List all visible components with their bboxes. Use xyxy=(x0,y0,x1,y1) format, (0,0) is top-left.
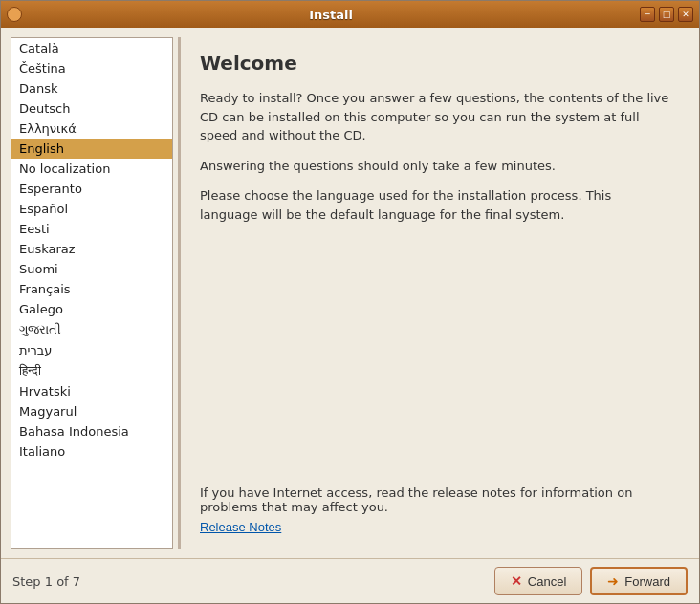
language-list-item[interactable]: Español xyxy=(11,199,172,219)
language-list-item[interactable]: Català xyxy=(11,38,172,58)
welcome-paragraph-1: Ready to install? Once you answer a few … xyxy=(200,89,670,145)
cancel-icon: ✕ xyxy=(511,573,522,589)
install-window: Install ─ □ ✕ CatalàČeštinaDanskDeutschΕ… xyxy=(0,0,700,604)
cancel-label: Cancel xyxy=(528,574,566,589)
language-list-item[interactable]: Eesti xyxy=(11,219,172,239)
language-list-item[interactable]: Esperanto xyxy=(11,179,172,199)
language-panel: CatalàČeštinaDanskDeutschΕλληνικάEnglish… xyxy=(11,37,173,549)
language-list-item[interactable]: ગુજરાતી xyxy=(11,319,172,340)
language-list-item[interactable]: עברית xyxy=(11,340,172,360)
language-list-item[interactable]: Dansk xyxy=(11,78,172,98)
forward-button[interactable]: ➜ Forward xyxy=(590,567,688,595)
language-list-item[interactable]: Français xyxy=(11,279,172,299)
welcome-title: Welcome xyxy=(200,52,670,75)
window-icon xyxy=(7,7,22,22)
language-list-item[interactable]: No localization xyxy=(11,159,172,179)
language-list: CatalàČeštinaDanskDeutschΕλληνικάEnglish… xyxy=(11,38,172,548)
minimize-button[interactable]: ─ xyxy=(640,7,655,22)
language-list-item[interactable]: Galego xyxy=(11,299,172,319)
release-section: If you have Internet access, read the re… xyxy=(200,476,670,534)
step-label: Step 1 of 7 xyxy=(12,574,80,589)
welcome-body: Ready to install? Once you answer a few … xyxy=(200,89,670,466)
language-list-item[interactable]: English xyxy=(11,139,172,159)
language-list-item[interactable]: Bahasa Indonesia xyxy=(11,421,172,442)
content-area: CatalàČeštinaDanskDeutschΕλληνικάEnglish… xyxy=(1,28,699,558)
language-list-item[interactable]: Euskaraz xyxy=(11,239,172,259)
release-notes-link[interactable]: Release Notes xyxy=(200,520,281,534)
welcome-paragraph-2: Answering the questions should only take… xyxy=(200,157,670,176)
welcome-panel: Welcome Ready to install? Once you answe… xyxy=(181,37,689,549)
maximize-button[interactable]: □ xyxy=(659,7,674,22)
language-list-item[interactable]: Suomi xyxy=(11,259,172,279)
window-controls: ─ □ ✕ xyxy=(640,7,693,22)
language-list-item[interactable]: Ελληνικά xyxy=(11,119,172,139)
bottom-buttons: ✕ Cancel ➜ Forward xyxy=(494,567,688,595)
window-title: Install xyxy=(22,8,640,22)
close-button[interactable]: ✕ xyxy=(678,7,693,22)
forward-label: Forward xyxy=(624,574,670,589)
language-list-container: CatalàČeštinaDanskDeutschΕλληνικάEnglish… xyxy=(11,38,172,548)
titlebar: Install ─ □ ✕ xyxy=(1,1,699,28)
language-list-item[interactable]: Čeština xyxy=(11,58,172,78)
bottom-bar: Step 1 of 7 ✕ Cancel ➜ Forward xyxy=(1,558,699,603)
language-list-item[interactable]: Italiano xyxy=(11,442,172,462)
language-list-item[interactable]: Hrvatski xyxy=(11,381,172,401)
release-text: If you have Internet access, read the re… xyxy=(200,485,670,514)
cancel-button[interactable]: ✕ Cancel xyxy=(494,567,582,595)
language-list-item[interactable]: Magyarul xyxy=(11,401,172,421)
language-list-item[interactable]: Deutsch xyxy=(11,98,172,119)
welcome-paragraph-3: Please choose the language used for the … xyxy=(200,186,670,224)
forward-icon: ➜ xyxy=(607,573,619,589)
language-list-item[interactable]: हिन्दी xyxy=(11,360,172,381)
